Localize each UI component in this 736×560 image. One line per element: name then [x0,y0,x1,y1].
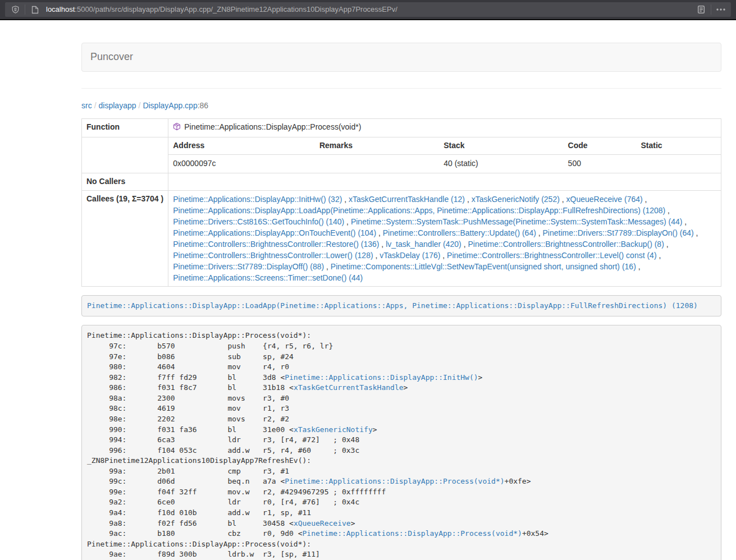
page-container: Puncover src/displayapp/DisplayApp.cpp:8… [81,43,721,560]
callee-separator: , [536,228,543,237]
breadcrumb: src/displayapp/DisplayApp.cpp:86 [81,100,721,112]
callee-link[interactable]: Pinetime::Controllers::BrightnessControl… [173,240,379,249]
callee-link[interactable]: Pinetime::Components::LittleVgl::SetNewT… [331,262,636,271]
callee-separator: , [344,217,351,226]
callee-link[interactable]: Pinetime::Drivers::St7789::DisplayOn() (… [543,228,694,237]
callee-separator: , [465,195,472,204]
url-text[interactable]: localhost:5000/path/src/displayapp/Displ… [46,4,694,15]
callee-link[interactable]: Pinetime::Controllers::BrightnessControl… [447,251,656,260]
table-row: No Callers [82,173,721,190]
no-callers-label: No Callers [82,173,168,190]
asm-symbol-link[interactable]: xTaskGetCurrentTaskHandle [294,383,404,392]
callee-separator: , [373,251,380,260]
breadcrumb-link-src[interactable]: src [81,101,92,110]
callee-separator: , [665,206,670,215]
disassembly-box: Pinetime::Applications::DisplayApp::Proc… [81,325,721,560]
stack-value: 40 (static) [439,154,563,172]
divider [25,4,25,15]
callee-link[interactable]: xQueueReceive (764) [566,195,643,204]
url-bar[interactable]: localhost:5000/path/src/displayapp/Displ… [5,2,731,17]
code-value: 500 [564,154,637,172]
url-host: localhost [46,5,75,13]
no-callers-cell [168,173,721,190]
callee-separator: , [342,195,349,204]
callee-separator: , [440,251,447,260]
table-row: Callees (19, Σ=3704 ) Pinetime::Applicat… [82,190,721,286]
breadcrumb-separator: / [139,101,141,110]
navbar-brand[interactable]: Puncover [82,50,133,65]
callee-link[interactable]: Pinetime::Drivers::St7789::DisplayOff() … [173,262,324,271]
function-details-table: AddressRemarksStackCodeStatic0x0000097c4… [168,137,721,173]
callee-link[interactable]: vTaskDelay (176) [380,251,440,260]
url-path: :5000/path/src/displayapp/DisplayApp.cpp… [75,5,397,13]
callees-list: Pinetime::Applications::DisplayApp::Init… [168,190,721,286]
callee-separator: , [376,228,383,237]
breadcrumb-line-number: :86 [198,101,208,110]
asm-symbol-link[interactable]: Pinetime::Applications::DisplayApp::Init… [285,373,478,382]
breadcrumb-link-displayapp[interactable]: displayapp [99,101,136,110]
callee-separator: , [461,240,468,249]
more-options-icon[interactable] [714,3,728,16]
callee-separator: , [636,262,641,271]
remarks-value [315,154,439,172]
symbol-table: Function Pinetime::Applications::Display… [81,118,721,287]
column-header-static: Static [636,137,721,154]
shield-icon[interactable] [8,3,22,16]
callee-separator: , [664,240,669,249]
callee-link[interactable]: Pinetime::Drivers::Cst816S::GetTouchInfo… [173,217,344,226]
column-header-address: Address [168,137,315,154]
breadcrumb-separator: / [94,101,97,110]
callee-link[interactable]: Pinetime::Controllers::BrightnessControl… [468,240,664,249]
callee-link[interactable]: lv_task_handler (420) [386,240,461,249]
table-row: AddressRemarksStackCodeStatic0x0000097c4… [82,137,721,173]
browser-chrome: localhost:5000/path/src/displayapp/Displ… [0,0,736,19]
callee-separator: , [643,195,647,204]
callee-separator: , [324,262,331,271]
function-name: Pinetime::Applications::DisplayApp::Proc… [184,122,361,131]
empty-label-cell [82,137,168,173]
navbar: Puncover [81,43,721,72]
callee-separator: , [560,195,566,204]
callee-separator: , [682,217,687,226]
callee-link[interactable]: Pinetime::Applications::DisplayApp::Init… [173,195,342,204]
callee-link[interactable]: Pinetime::System::SystemTask::PushMessag… [351,217,683,226]
callees-label: Callees (19, Σ=3704 ) [82,190,168,286]
callee-link[interactable]: Pinetime::Applications::DisplayApp::OnTo… [173,228,376,237]
callee-link[interactable]: Pinetime::Controllers::BrightnessControl… [173,251,373,260]
package-icon [173,122,181,134]
function-row-label: Function [82,118,168,137]
callee-separator: , [657,251,661,260]
static-value [636,154,721,172]
callee-link[interactable]: xTaskGetCurrentTaskHandle (12) [349,195,465,204]
page-icon[interactable] [28,3,42,16]
asm-symbol-link[interactable]: Pinetime::Applications::DisplayApp::Proc… [303,529,522,538]
highlighted-symbol-box: Pinetime::Applications::DisplayApp::Load… [81,295,721,317]
asm-symbol-link[interactable]: xTaskGenericNotify [294,425,373,434]
highlighted-symbol-link[interactable]: Pinetime::Applications::DisplayApp::Load… [87,301,698,310]
callee-link[interactable]: Pinetime::Controllers::Battery::Update()… [383,228,536,237]
address-value: 0x0000097c [168,154,315,172]
column-header-code: Code [564,137,637,154]
divider [711,4,711,15]
breadcrumb-link-displayapp-cpp[interactable]: DisplayApp.cpp [143,101,197,110]
callee-link[interactable]: xTaskGenericNotify (252) [472,195,560,204]
column-header-stack: Stack [439,137,563,154]
callee-link[interactable]: Pinetime::Applications::Screens::Timer::… [173,273,363,282]
callee-link[interactable]: Pinetime::Applications::DisplayApp::Load… [173,206,665,215]
asm-symbol-link[interactable]: xQueueReceive [294,519,351,527]
column-header-remarks: Remarks [315,137,439,154]
reader-view-icon[interactable] [694,3,708,16]
chrome-bottom-line [0,19,736,20]
divider [81,88,721,89]
table-row: Function Pinetime::Applications::Display… [82,118,721,137]
callee-separator: , [694,228,698,237]
asm-symbol-link[interactable]: Pinetime::Applications::DisplayApp::Proc… [285,477,504,485]
callee-separator: , [379,240,386,249]
